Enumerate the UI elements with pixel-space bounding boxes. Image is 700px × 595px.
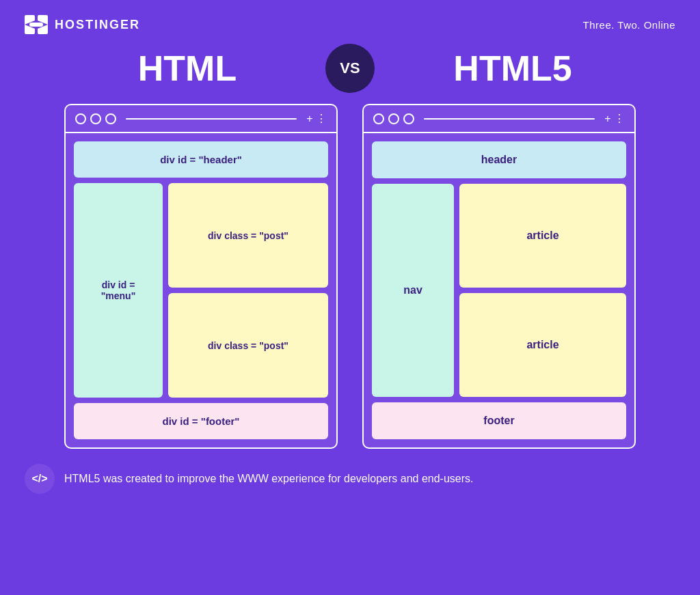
html5-articles-col: article article (459, 184, 626, 397)
html-post1-block: div class = "post" (168, 183, 328, 288)
html-browser-content: div id = "header" div id = "menu" div cl… (66, 133, 336, 447)
top-bar: HOSTINGER Three. Two. Online (0, 0, 700, 41)
html-title: HTML (25, 48, 350, 89)
html5-title: HTML5 (350, 48, 675, 89)
footer-note: </> HTML5 was created to improve the WWW… (0, 464, 700, 494)
titles-row: HTML VS HTML5 (25, 48, 675, 89)
html-browser-mockup: + ⋮ div id = "header" div id = "menu" di… (64, 104, 338, 449)
footer-note-text: HTML5 was created to improve the WWW exp… (64, 473, 473, 485)
html5-footer-block: footer (372, 402, 626, 439)
html5-browser-icons: + ⋮ (604, 112, 625, 125)
html5-browser-bar: + ⋮ (364, 105, 634, 133)
main-content: HTML VS HTML5 + ⋮ div id = "header" div … (0, 41, 700, 449)
html-browser-icons: + ⋮ (306, 112, 327, 125)
dot-4 (373, 113, 384, 124)
html-menu-block: div id = "menu" (74, 183, 163, 398)
html5-address-bar (424, 118, 595, 120)
vs-badge: VS (325, 44, 375, 93)
logo-text: HOSTINGER (55, 18, 140, 32)
tagline: Three. Two. Online (583, 19, 675, 31)
html5-article1-block: article (459, 184, 626, 288)
html-posts-col: div class = "post" div class = "post" (168, 183, 328, 398)
html-address-bar (126, 118, 297, 120)
logo-area: HOSTINGER (25, 15, 140, 34)
dot-3 (105, 113, 116, 124)
html5-middle-row: nav article article (372, 184, 626, 397)
svg-rect-4 (29, 23, 43, 27)
html-footer-block: div id = "footer" (74, 403, 328, 439)
html-browser-dots (75, 113, 116, 124)
code-icon: </> (31, 473, 47, 485)
dot-2 (90, 113, 101, 124)
code-icon-circle: </> (25, 464, 55, 494)
dot-6 (403, 113, 414, 124)
hostinger-logo-icon (25, 15, 48, 34)
html5-article2-block: article (459, 293, 626, 397)
html5-header-block: header (372, 141, 626, 178)
html5-browser-mockup: + ⋮ header nav article article footer (362, 104, 636, 449)
html5-browser-content: header nav article article footer (364, 133, 634, 447)
html-middle-row: div id = "menu" div class = "post" div c… (74, 183, 328, 398)
html-header-block: div id = "header" (74, 141, 328, 178)
diagrams-row: + ⋮ div id = "header" div id = "menu" di… (25, 104, 675, 449)
html-browser-bar: + ⋮ (66, 105, 336, 133)
html5-nav-block: nav (372, 184, 454, 397)
html5-browser-dots (373, 113, 414, 124)
dot-5 (388, 113, 399, 124)
html-post2-block: div class = "post" (168, 293, 328, 398)
dot-1 (75, 113, 86, 124)
